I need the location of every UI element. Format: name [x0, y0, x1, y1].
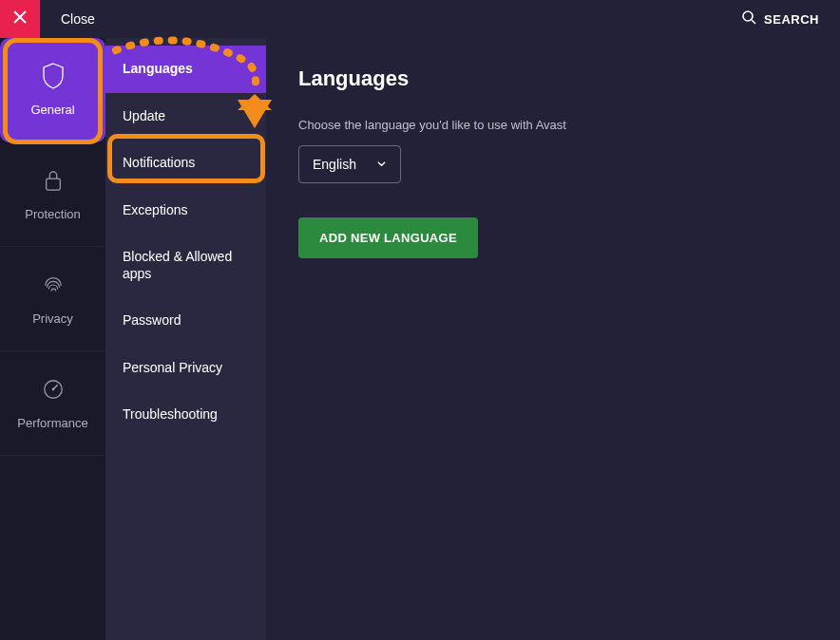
close-label[interactable]: Close — [61, 11, 95, 27]
sidebar-tab-label: Protection — [25, 207, 81, 221]
page-title: Languages — [298, 66, 808, 91]
search-button[interactable]: SEARCH — [741, 9, 819, 28]
subnav-item-password[interactable]: Password — [105, 297, 266, 345]
search-label: SEARCH — [764, 12, 819, 27]
sidebar-tab-label: General — [30, 103, 74, 117]
svg-rect-2 — [46, 179, 60, 190]
main-panel: Languages Choose the language you'd like… — [266, 38, 840, 640]
shield-icon — [40, 63, 67, 89]
search-icon — [741, 9, 764, 28]
sidebar-tab-label: Performance — [17, 416, 87, 430]
lock-icon — [40, 167, 67, 194]
page-subtitle: Choose the language you'd like to use wi… — [298, 118, 808, 132]
chevron-down-icon — [376, 156, 387, 173]
close-icon — [13, 10, 27, 28]
subnav-item-notifications[interactable]: Notifications — [105, 140, 266, 187]
subnav-item-blocked-allowed[interactable]: Blocked & Allowed apps — [105, 234, 266, 297]
subnav-item-personal-privacy[interactable]: Personal Privacy — [105, 345, 266, 392]
sidebar-tab-performance[interactable]: Performance — [0, 351, 105, 456]
sidebar-secondary: Languages Update Notifications Exception… — [105, 38, 266, 640]
sidebar-primary: General Protection Privacy Per — [0, 38, 105, 640]
subnav-item-exceptions[interactable]: Exceptions — [105, 187, 266, 235]
fingerprint-icon — [40, 272, 67, 298]
subnav-item-update[interactable]: Update — [105, 93, 266, 141]
sidebar-tab-general[interactable]: General — [0, 38, 105, 142]
svg-point-0 — [743, 11, 753, 21]
svg-point-5 — [51, 388, 54, 391]
subnav-item-troubleshooting[interactable]: Troubleshooting — [105, 391, 266, 439]
language-dropdown[interactable]: English — [298, 145, 401, 183]
sidebar-tab-privacy[interactable]: Privacy — [0, 247, 105, 351]
add-language-button[interactable]: ADD NEW LANGUAGE — [298, 217, 478, 258]
gauge-icon — [40, 376, 67, 403]
svg-line-1 — [752, 20, 755, 24]
topbar: Close SEARCH — [0, 0, 840, 38]
sidebar-tab-protection[interactable]: Protection — [0, 142, 105, 247]
language-dropdown-value: English — [313, 157, 356, 172]
sidebar-tab-label: Privacy — [32, 311, 73, 326]
close-button[interactable] — [0, 0, 40, 38]
subnav-item-languages[interactable]: Languages — [105, 46, 266, 93]
